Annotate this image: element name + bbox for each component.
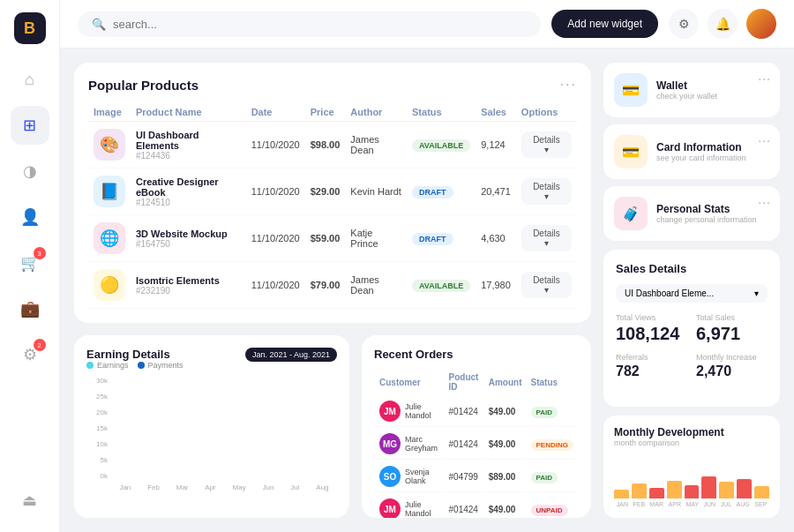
earnings-header: Earning Details Earnings Payments [86, 348, 337, 370]
search-input[interactable] [113, 18, 527, 31]
widget-card-card-info[interactable]: 💳 Card Information see your card informa… [603, 124, 780, 179]
widget-more-wallet[interactable]: ··· [758, 71, 771, 86]
widget-info-wallet: Wallet check your wallet [656, 79, 769, 101]
sidebar-item-user[interactable]: 👤 [11, 198, 49, 236]
legend-payments: Payments [138, 361, 184, 370]
orders-title: Recent Orders [374, 348, 579, 361]
sidebar-item-grid[interactable]: ⊞ [11, 106, 49, 145]
product-name: 3D Website Mockup [136, 229, 241, 239]
monthly-bar [649, 488, 664, 499]
products-table: Image Product Name Date Price Author Sta… [88, 103, 577, 309]
customer-name: Marc Greyham [405, 435, 440, 453]
table-row: SOSvenja Olank #04799 $89.00 PAID [376, 461, 577, 492]
x-axis-label: May [233, 483, 246, 491]
orders-card: Recent Orders Customer Poduct ID Amount … [362, 335, 591, 518]
sidebar-item-logout[interactable]: ⏏ [11, 481, 49, 520]
details-button[interactable]: Details ▾ [521, 131, 572, 158]
order-col-amount: Amount [485, 370, 526, 394]
sales-dropdown[interactable]: UI Dashboard Eleme... ▾ [616, 284, 768, 303]
customer-avatar: MG [379, 433, 401, 454]
briefcase-icon: 💼 [20, 299, 40, 318]
products-title: Popular Products [88, 78, 198, 93]
bottom-row: Earning Details Earnings Payments [74, 335, 591, 518]
widget-icon-card-info: 💳 [614, 135, 648, 169]
widget-more-card-info[interactable]: ··· [758, 133, 771, 147]
monthly-development-card: Monthly Development month comparison JAN… [603, 416, 780, 518]
order-status-badge: PAID [531, 472, 558, 483]
user-icon: 👤 [20, 207, 40, 227]
header-icons: ⚙ 🔔 [669, 9, 776, 39]
search-bar[interactable]: 🔍 [78, 11, 541, 37]
monthly-label: SEP [754, 501, 767, 507]
sales-details-card: Sales Details UI Dashboard Eleme... ▾ To… [603, 250, 780, 407]
add-widget-button[interactable]: Add new widget [551, 10, 658, 38]
user-avatar[interactable] [746, 9, 776, 39]
status-badge: DRAFT [412, 233, 453, 245]
table-row: 📘 Creative Designer eBook#124510 11/10/2… [88, 169, 577, 215]
stat-total-views: Total Views 108,124 [616, 313, 687, 344]
settings-button[interactable]: ⚙ [669, 9, 699, 39]
details-button[interactable]: Details ▾ [521, 272, 572, 298]
y-axis-label: 20k [86, 408, 108, 416]
payments-dot [138, 362, 145, 369]
col-status: Status [407, 103, 476, 122]
date-badge: Jan. 2021 - Aug. 2021 [245, 348, 337, 362]
stat-referrals: Referrals 782 [616, 353, 687, 379]
widget-subtitle-personal-stats: change personal information [656, 215, 769, 224]
monthly-label: MAR [650, 501, 664, 507]
y-axis-label: 15k [86, 424, 108, 432]
bars-wrap [111, 377, 337, 474]
widget-info-card-info: Card Information see your card informati… [656, 141, 769, 162]
order-col-customer: Customer [376, 370, 444, 394]
details-button[interactable]: Details ▾ [521, 178, 572, 205]
sidebar-item-briefcase[interactable]: 💼 [11, 289, 49, 328]
products-more-button[interactable]: ··· [560, 77, 577, 93]
monthly-bar [754, 486, 769, 498]
col-sales: Sales [476, 103, 516, 122]
product-name: Isomtric Elements [136, 275, 241, 286]
home-icon: ⌂ [25, 71, 34, 89]
product-image: 🟡 [94, 269, 125, 301]
widget-icon-wallet: 💳 [614, 73, 648, 107]
stat-total-sales: Total Sales 6,971 [696, 313, 768, 344]
stats-grid: Total Views 108,124 Total Sales 6,971 Re… [616, 313, 768, 379]
monthly-bar [719, 482, 734, 498]
col-image: Image [88, 103, 131, 122]
x-axis-label: Jul [290, 483, 299, 491]
grid-icon: ⊞ [23, 116, 36, 135]
product-id: #232190 [136, 286, 241, 296]
widget-card-wallet[interactable]: 💳 Wallet check your wallet ··· [603, 63, 780, 117]
table-row: JMJulie Mandol #01424 $49.00 UNPAID [376, 494, 577, 518]
col-options: Options [516, 103, 577, 122]
x-axis-label: Jun [263, 483, 274, 491]
stat-monthly-increase: Monthly Increase 2,470 [696, 353, 768, 379]
sidebar-logo[interactable]: B [14, 12, 46, 44]
widget-subtitle-wallet: check your wallet [656, 92, 769, 101]
widget-card-personal-stats[interactable]: 🧳 Personal Stats change personal informa… [603, 186, 780, 241]
product-image: 📘 [94, 176, 125, 207]
customer-cell: JMJulie Mandol [379, 498, 440, 518]
col-price: Price [305, 103, 346, 122]
col-name: Product Name [131, 103, 246, 122]
sidebar-item-settings2[interactable]: ⚙ 2 [11, 335, 49, 374]
gear-icon: ⚙ [678, 17, 690, 31]
x-axis-label: Apr [205, 483, 215, 491]
customer-name: Svenja Olank [405, 468, 440, 485]
widget-more-personal-stats[interactable]: ··· [758, 195, 771, 209]
monthly-label: MAY [685, 501, 699, 507]
monthly-subtitle: month comparison [614, 438, 769, 447]
customer-avatar: SO [379, 466, 401, 487]
customer-cell: JMJulie Mandol [379, 401, 440, 422]
details-button[interactable]: Details ▾ [521, 225, 572, 251]
order-status-badge: PAID [531, 407, 558, 418]
y-axis-label: 10k [86, 440, 108, 448]
widget-icon-personal-stats: 🧳 [614, 197, 648, 230]
monthly-bar [701, 476, 716, 498]
customer-cell: MGMarc Greyham [379, 433, 440, 454]
widget-info-personal-stats: Personal Stats change personal informati… [656, 203, 769, 224]
notifications-button[interactable]: 🔔 [708, 9, 738, 39]
sidebar-item-home[interactable]: ⌂ [11, 60, 49, 99]
sidebar-item-cart[interactable]: 🛒 3 [11, 244, 49, 282]
sidebar-item-chart[interactable]: ◑ [11, 152, 49, 191]
monthly-label: AUG [737, 501, 750, 507]
